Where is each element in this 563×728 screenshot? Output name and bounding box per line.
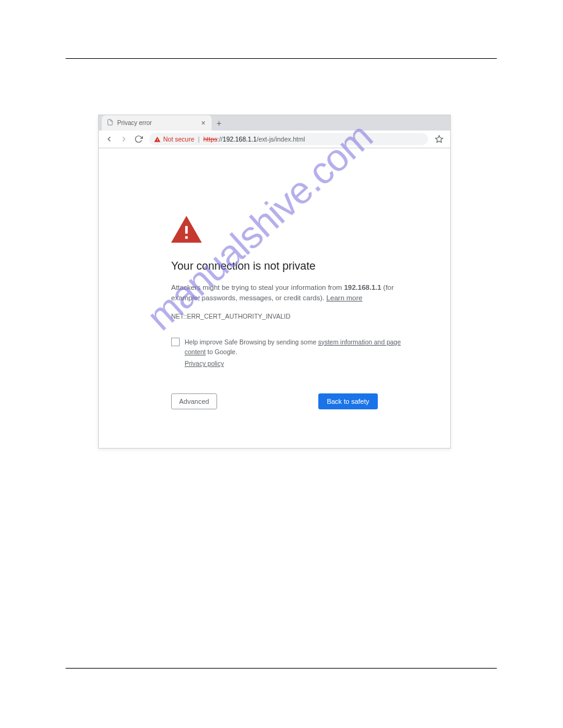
checkbox-text-suffix: to Google.: [205, 348, 237, 355]
error-body: Attackers might be trying to steal your …: [171, 282, 407, 304]
browser-tab[interactable]: Privacy error ×: [102, 115, 212, 131]
not-secure-chip: Not secure: [154, 135, 194, 143]
url-path: /ext-js/index.html: [257, 135, 305, 143]
error-heading: Your connection is not private: [171, 260, 407, 273]
big-warning-triangle-icon: [171, 216, 407, 245]
safe-browsing-row: Help improve Safe Browsing by sending so…: [171, 337, 407, 369]
error-content: Your connection is not private Attackers…: [99, 148, 450, 409]
url-host: 192.168.1.1: [223, 135, 256, 143]
privacy-policy-link[interactable]: Privacy policy: [185, 358, 407, 369]
error-code: NET::ERR_CERT_AUTHORITY_INVALID: [171, 313, 407, 320]
address-bar[interactable]: Not secure | https://192.168.1.1/ext-js/…: [149, 133, 428, 145]
svg-marker-0: [435, 135, 443, 142]
button-row: Advanced Back to safety: [171, 393, 378, 409]
tab-title: Privacy error: [117, 119, 200, 126]
reload-button[interactable]: [132, 132, 145, 146]
svg-rect-1: [185, 226, 188, 234]
error-host: 192.168.1.1: [344, 284, 381, 291]
error-body-prefix: Attackers might be trying to steal your …: [171, 284, 344, 291]
close-tab-icon[interactable]: ×: [200, 119, 207, 127]
browser-window: Privacy error × + Not secure | https://1…: [98, 115, 451, 449]
page-bottom-rule: [66, 668, 497, 669]
safe-browsing-checkbox[interactable]: [171, 338, 180, 346]
url-scheme-tail: ://: [217, 135, 223, 143]
learn-more-link[interactable]: Learn more: [326, 294, 362, 301]
url-scheme-struck: https: [204, 135, 218, 143]
new-tab-button[interactable]: +: [212, 116, 226, 131]
page-top-rule: [66, 58, 497, 59]
forward-button[interactable]: [117, 132, 131, 146]
url-text: https://192.168.1.1/ext-js/index.html: [204, 135, 305, 143]
toolbar: Not secure | https://192.168.1.1/ext-js/…: [99, 131, 450, 148]
tab-strip: Privacy error × +: [99, 115, 450, 131]
warning-triangle-icon: [154, 136, 161, 143]
safe-browsing-text: Help improve Safe Browsing by sending so…: [185, 337, 407, 369]
advanced-button[interactable]: Advanced: [171, 393, 217, 409]
address-separator: |: [198, 135, 200, 143]
checkbox-text-prefix: Help improve Safe Browsing by sending so…: [185, 338, 318, 346]
bookmark-star-icon[interactable]: [432, 135, 446, 143]
not-secure-label: Not secure: [163, 135, 194, 143]
back-to-safety-button[interactable]: Back to safety: [318, 393, 378, 409]
svg-rect-2: [185, 236, 188, 238]
back-button[interactable]: [102, 132, 116, 146]
page-icon: [107, 119, 113, 127]
